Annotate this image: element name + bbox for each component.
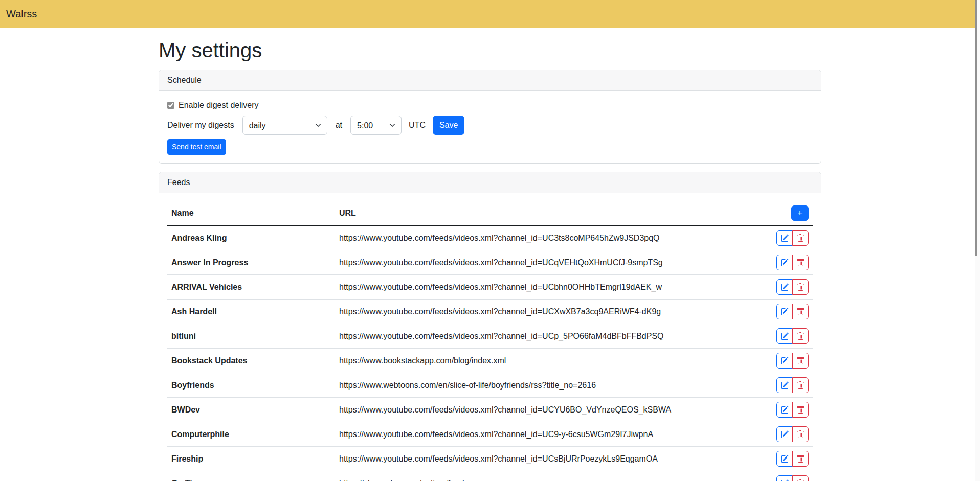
enable-digest-checkbox[interactable] — [167, 102, 174, 109]
edit-feed-button[interactable] — [776, 451, 793, 467]
delete-feed-button[interactable] — [792, 230, 809, 246]
feed-actions — [776, 451, 809, 467]
feeds-table-body: Andreas Kling https://www.youtube.com/fe… — [167, 225, 813, 481]
feed-row: Computerphile https://www.youtube.com/fe… — [167, 422, 813, 447]
feed-name: Fireship — [167, 447, 335, 471]
trash-icon — [796, 455, 805, 463]
pencil-square-icon — [781, 430, 789, 439]
edit-feed-button[interactable] — [776, 328, 793, 344]
feed-actions — [776, 353, 809, 369]
pencil-square-icon — [781, 308, 789, 316]
feed-actions — [776, 279, 809, 295]
enable-digest-row: Enable digest delivery — [167, 99, 813, 111]
feed-row: Answer In Progress https://www.youtube.c… — [167, 250, 813, 275]
send-test-email-button[interactable]: Send test email — [167, 139, 226, 155]
edit-feed-button[interactable] — [776, 279, 793, 295]
pencil-square-icon — [781, 234, 789, 242]
delete-feed-button[interactable] — [792, 328, 809, 344]
pencil-square-icon — [781, 455, 789, 463]
trash-icon — [796, 406, 805, 414]
delete-feed-button[interactable] — [792, 451, 809, 467]
pencil-square-icon — [781, 381, 789, 390]
deliver-digests-label: Deliver my digests — [167, 119, 234, 131]
feed-url: https://www.youtube.com/feeds/videos.xml… — [335, 300, 767, 324]
feed-name: Andreas Kling — [167, 225, 335, 250]
delete-feed-button[interactable] — [792, 353, 809, 369]
scrollbar-thumb[interactable] — [975, 0, 977, 256]
navbar: Walrss — [0, 0, 980, 28]
feeds-card-body: Name URL + Andreas Kling https://www.you… — [159, 193, 821, 481]
enable-digest-label: Enable digest delivery — [179, 99, 259, 111]
edit-feed-button[interactable] — [776, 353, 793, 369]
delivery-controls-row: Deliver my digests daily at 5:00 UTC Sav… — [167, 116, 813, 135]
feed-actions — [776, 255, 809, 270]
delete-feed-button[interactable] — [792, 304, 809, 319]
feed-actions — [776, 426, 809, 442]
column-header-name: Name — [167, 201, 335, 225]
feed-actions — [776, 377, 809, 393]
delete-feed-button[interactable] — [792, 426, 809, 442]
feed-url: https://www.youtube.com/feeds/videos.xml… — [335, 324, 767, 349]
feed-name: Answer In Progress — [167, 250, 335, 275]
frequency-select[interactable]: daily — [242, 116, 327, 135]
feed-row: Fireship https://www.youtube.com/feeds/v… — [167, 447, 813, 471]
delete-feed-button[interactable] — [792, 255, 809, 270]
pencil-square-icon — [781, 259, 789, 267]
feed-name: Computerphile — [167, 422, 335, 447]
edit-feed-button[interactable] — [776, 426, 793, 442]
feed-url: https://changelog.com/gotime/feed — [335, 471, 767, 481]
feed-actions — [776, 304, 809, 319]
pencil-square-icon — [781, 406, 789, 414]
schedule-card-body: Enable digest delivery Deliver my digest… — [159, 91, 821, 163]
pencil-square-icon — [781, 357, 789, 365]
trash-icon — [796, 332, 805, 340]
trash-icon — [796, 308, 805, 316]
edit-feed-button[interactable] — [776, 475, 793, 481]
pencil-square-icon — [781, 332, 789, 340]
pencil-square-icon — [781, 479, 789, 481]
feed-name: BWDev — [167, 398, 335, 422]
feeds-table-header-row: Name URL + — [167, 201, 813, 225]
edit-feed-button[interactable] — [776, 377, 793, 393]
trash-icon — [796, 357, 805, 365]
edit-feed-button[interactable] — [776, 402, 793, 418]
navbar-brand[interactable]: Walrss — [6, 6, 37, 21]
feed-row: BWDev https://www.youtube.com/feeds/vide… — [167, 398, 813, 422]
delete-feed-button[interactable] — [792, 377, 809, 393]
feed-row: Bookstack Updates https://www.bookstacka… — [167, 349, 813, 373]
feed-url: https://www.youtube.com/feeds/videos.xml… — [335, 422, 767, 447]
feed-row: Boyfriends https://www.webtoons.com/en/s… — [167, 373, 813, 398]
add-feed-button[interactable]: + — [791, 205, 809, 221]
pencil-square-icon — [781, 283, 789, 291]
feed-name: bitluni — [167, 324, 335, 349]
delete-feed-button[interactable] — [792, 402, 809, 418]
edit-feed-button[interactable] — [776, 230, 793, 246]
feed-name: Go Time — [167, 471, 335, 481]
edit-feed-button[interactable] — [776, 304, 793, 319]
feed-actions — [776, 475, 809, 481]
delete-feed-button[interactable] — [792, 279, 809, 295]
schedule-card-header: Schedule — [159, 70, 821, 91]
utc-label: UTC — [409, 119, 426, 131]
save-button[interactable]: Save — [433, 116, 464, 135]
feed-row: Andreas Kling https://www.youtube.com/fe… — [167, 225, 813, 250]
feed-name: ARRIVAL Vehicles — [167, 275, 335, 300]
feed-row: Go Time https://changelog.com/gotime/fee… — [167, 471, 813, 481]
feed-row: ARRIVAL Vehicles https://www.youtube.com… — [167, 275, 813, 300]
feeds-card-header: Feeds — [159, 172, 821, 193]
feed-actions — [776, 230, 809, 246]
edit-feed-button[interactable] — [776, 255, 793, 270]
scrollbar-track[interactable] — [975, 0, 980, 481]
feed-row: bitluni https://www.youtube.com/feeds/vi… — [167, 324, 813, 349]
trash-icon — [796, 283, 805, 291]
page-title: My settings — [159, 38, 821, 62]
feed-actions — [776, 402, 809, 418]
at-label: at — [336, 119, 342, 131]
time-select[interactable]: 5:00 — [350, 116, 402, 135]
plus-icon: + — [797, 209, 802, 217]
feed-url: https://www.youtube.com/feeds/videos.xml… — [335, 447, 767, 471]
delete-feed-button[interactable] — [792, 475, 809, 481]
feeds-table: Name URL + Andreas Kling https://www.you… — [167, 201, 813, 481]
column-header-url: URL — [335, 201, 767, 225]
feed-name: Boyfriends — [167, 373, 335, 398]
